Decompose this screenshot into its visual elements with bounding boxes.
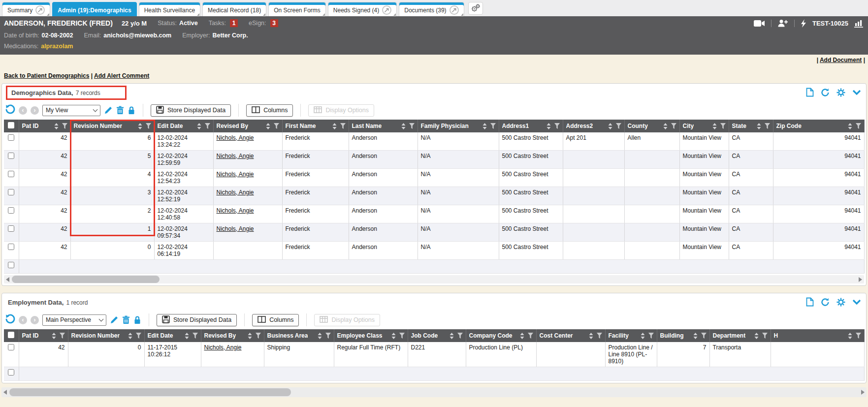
- sort-icon[interactable]: [52, 333, 56, 339]
- column-header-city[interactable]: City: [679, 120, 729, 132]
- next-view-button[interactable]: ›: [31, 316, 39, 324]
- column-header-county[interactable]: County: [624, 120, 679, 132]
- filter-icon[interactable]: [457, 333, 463, 339]
- revised-by-link[interactable]: Nichols, Angie: [204, 344, 242, 351]
- undo-icon[interactable]: [5, 314, 15, 326]
- tab-on-screen-forms[interactable]: On Screen Forms: [268, 2, 326, 16]
- sort-icon[interactable]: [482, 123, 487, 129]
- store-displayed-data-button[interactable]: Store Displayed Data: [157, 314, 237, 326]
- sort-icon[interactable]: [589, 333, 593, 339]
- new-document-icon[interactable]: [806, 297, 814, 307]
- tab-needs-signed-4[interactable]: Needs Signed (4): [328, 2, 397, 16]
- column-header-address1[interactable]: Address1: [499, 120, 563, 132]
- row-checkbox[interactable]: [8, 244, 14, 250]
- column-header-department[interactable]: Department: [709, 329, 771, 342]
- chart-icon[interactable]: [854, 19, 864, 28]
- sort-icon[interactable]: [332, 123, 337, 129]
- lock-view-icon[interactable]: [128, 106, 135, 115]
- undo-icon[interactable]: [5, 104, 15, 116]
- tab-settings-button[interactable]: [468, 2, 483, 15]
- filter-icon[interactable]: [720, 123, 726, 129]
- page-hscrollbar[interactable]: [1, 387, 867, 397]
- select-all-checkbox[interactable]: [4, 120, 19, 132]
- delete-view-icon[interactable]: [122, 315, 130, 324]
- sort-icon[interactable]: [450, 333, 454, 339]
- scrollbar-thumb[interactable]: [12, 276, 160, 283]
- column-header-revised-by[interactable]: Revised By: [201, 329, 264, 342]
- open-external-icon[interactable]: [35, 5, 45, 15]
- sort-icon[interactable]: [848, 333, 852, 339]
- next-view-button[interactable]: ›: [31, 106, 39, 115]
- add-user-icon[interactable]: [777, 19, 788, 27]
- prev-view-button[interactable]: ‹: [19, 106, 27, 115]
- tab-summary[interactable]: Summary: [2, 2, 50, 16]
- sort-icon[interactable]: [608, 123, 612, 129]
- columns-button[interactable]: Columns: [246, 104, 293, 117]
- sort-icon[interactable]: [248, 333, 252, 339]
- filter-icon[interactable]: [340, 123, 346, 129]
- column-header-address2[interactable]: Address2: [563, 120, 624, 132]
- filter-icon[interactable]: [528, 333, 533, 339]
- row-checkbox[interactable]: [8, 369, 14, 376]
- column-header-business-area[interactable]: Business Area: [264, 329, 334, 342]
- video-camera-icon[interactable]: [754, 20, 765, 27]
- filter-icon[interactable]: [597, 333, 602, 339]
- sort-icon[interactable]: [266, 123, 270, 129]
- sort-icon[interactable]: [641, 333, 645, 339]
- lightning-icon[interactable]: [801, 19, 806, 28]
- filter-icon[interactable]: [490, 123, 496, 129]
- revised-by-link[interactable]: Nichols, Angie: [217, 225, 254, 232]
- sort-icon[interactable]: [401, 123, 406, 129]
- column-header-facility[interactable]: Facility: [605, 329, 657, 342]
- add-alert-comment-link[interactable]: Add Alert Comment: [94, 72, 149, 79]
- edit-view-icon[interactable]: [110, 315, 119, 324]
- column-header-last-name[interactable]: Last Name: [349, 120, 418, 132]
- filter-icon[interactable]: [616, 123, 621, 129]
- revised-by-link[interactable]: Nichols, Angie: [217, 134, 254, 141]
- tab-medical-record-18[interactable]: Medical Record (18): [202, 2, 266, 16]
- sort-icon[interactable]: [197, 123, 201, 129]
- filter-icon[interactable]: [765, 123, 770, 129]
- column-header-cost-center[interactable]: Cost Center: [536, 329, 605, 342]
- refresh-icon[interactable]: [821, 298, 830, 307]
- column-header-building[interactable]: Building: [657, 329, 709, 342]
- filter-icon[interactable]: [62, 123, 67, 129]
- column-header-family-physician[interactable]: Family Physician: [418, 120, 499, 132]
- esign-badge[interactable]: 3: [270, 19, 278, 27]
- filter-icon[interactable]: [146, 123, 151, 129]
- edit-view-icon[interactable]: [104, 106, 113, 115]
- row-checkbox[interactable]: [8, 262, 14, 268]
- column-header-pat-id[interactable]: Pat ID: [19, 329, 68, 342]
- column-header-zip-code[interactable]: Zip Code: [773, 120, 864, 132]
- new-document-icon[interactable]: [806, 88, 814, 97]
- scroll-right-arrow[interactable]: [859, 277, 862, 282]
- columns-button[interactable]: Columns: [252, 314, 299, 326]
- filter-icon[interactable]: [325, 333, 331, 339]
- filter-icon[interactable]: [554, 123, 560, 129]
- sort-icon[interactable]: [693, 333, 698, 339]
- gear-icon[interactable]: [836, 88, 845, 97]
- view-select[interactable]: Main Perspective: [42, 314, 106, 326]
- scroll-left-arrow[interactable]: [6, 277, 9, 282]
- column-header-edit-date[interactable]: Edit Date: [144, 329, 201, 342]
- filter-icon[interactable]: [856, 123, 861, 129]
- revised-by-link[interactable]: Nichols, Angie: [217, 171, 254, 178]
- column-header-revision-number[interactable]: Revision Number: [68, 329, 144, 342]
- tab-health-surveillance[interactable]: Health Surveillance: [139, 2, 200, 16]
- filter-icon[interactable]: [274, 123, 279, 129]
- row-checkbox[interactable]: [8, 171, 14, 177]
- collapse-chevron-icon[interactable]: [852, 90, 861, 95]
- view-select[interactable]: My View: [42, 105, 100, 116]
- column-header-company-code[interactable]: Company Code: [466, 329, 536, 342]
- column-header-pat-id[interactable]: Pat ID: [19, 120, 70, 132]
- scroll-left-arrow[interactable]: [3, 390, 7, 395]
- revised-by-link[interactable]: Nichols, Angie: [217, 207, 254, 214]
- revised-by-link[interactable]: Nichols, Angie: [217, 153, 254, 159]
- sort-icon[interactable]: [712, 123, 717, 129]
- sort-icon[interactable]: [138, 123, 142, 129]
- filter-icon[interactable]: [136, 333, 141, 339]
- column-header-edit-date[interactable]: Edit Date: [154, 120, 213, 132]
- filter-icon[interactable]: [648, 333, 654, 339]
- revised-by-link[interactable]: Nichols, Angie: [217, 189, 254, 196]
- tasks-badge[interactable]: 1: [230, 19, 238, 27]
